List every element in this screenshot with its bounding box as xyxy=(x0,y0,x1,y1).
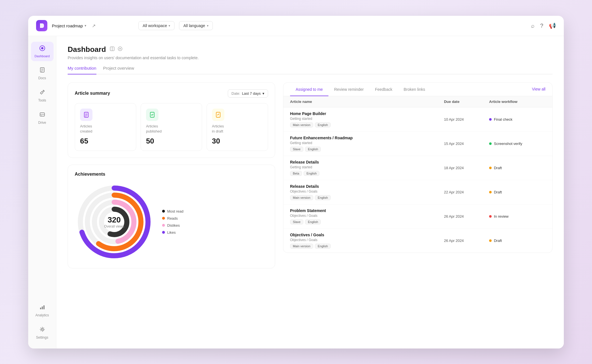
sidebar: Dashboard Docs xyxy=(28,36,56,348)
svg-rect-8 xyxy=(41,115,42,116)
svg-rect-10 xyxy=(42,306,43,309)
table-row: Home Page Builder Getting started Main v… xyxy=(283,107,552,132)
page-title: Dashboard xyxy=(68,45,106,54)
dislikes-dot xyxy=(162,224,165,227)
docs-icon xyxy=(39,67,45,75)
tag: English xyxy=(315,122,331,127)
content-tabs: My contribution Project overview xyxy=(68,66,553,74)
published-icon xyxy=(146,109,158,121)
external-link-icon[interactable]: ↗ xyxy=(92,23,96,28)
legend-dislikes: Dislikes xyxy=(162,223,184,228)
table-row: Release Details Getting started Beta Eng… xyxy=(283,156,552,180)
workflow-status: Draft xyxy=(489,166,545,170)
drive-icon xyxy=(39,111,45,119)
article-info: Problem Statement Objectives / Goals Sla… xyxy=(290,208,444,224)
col-due-date: Due date xyxy=(444,100,489,104)
sidebar-item-drive[interactable]: Drive xyxy=(31,108,54,128)
table-row: Problem Statement Objectives / Goals Sla… xyxy=(283,204,552,229)
notification-icon[interactable]: 📢 xyxy=(549,22,556,29)
workspace-selector[interactable]: All workspace ▾ xyxy=(138,21,174,30)
tab-assigned-to-me[interactable]: Assigned to me xyxy=(290,83,329,96)
stat-published: Articlespublished 50 xyxy=(141,103,202,151)
achievements-title: Achievements xyxy=(75,172,268,177)
article-info: Objectives / Goals Objectives / Goals Ma… xyxy=(290,233,444,249)
draft-label: Articlesin draft xyxy=(212,124,263,134)
created-value: 65 xyxy=(80,137,131,145)
tag: English xyxy=(304,171,319,176)
app-container: Project roadmap ▾ ↗ All workspace ▾ All … xyxy=(28,16,564,348)
table-row: Objectives / Goals Objectives / Goals Ma… xyxy=(283,229,552,253)
article-info: Home Page Builder Getting started Main v… xyxy=(290,111,444,127)
right-tabs: Assigned to me Review reminder Feedback … xyxy=(283,83,552,96)
published-label: Articlespublished xyxy=(146,124,197,134)
stat-created: Articlescreated 65 xyxy=(75,103,136,151)
legend-likes: Likes xyxy=(162,230,184,235)
dashboard-icon xyxy=(39,45,45,53)
article-summary-title: Article summary xyxy=(75,91,110,96)
main-layout: Dashboard Docs xyxy=(28,36,564,348)
date-selector[interactable]: Date: Last 7 days ▾ xyxy=(228,89,268,98)
workflow-dot xyxy=(489,239,492,242)
project-selector[interactable]: Project roadmap ▾ xyxy=(52,23,86,28)
app-logo xyxy=(36,20,47,31)
view-all-button[interactable]: View all xyxy=(532,87,545,91)
content-area: Dashboard xyxy=(56,36,564,348)
tab-review-reminder[interactable]: Review reminder xyxy=(328,83,369,96)
achievements-card: Achievements xyxy=(68,165,275,268)
tab-feedback[interactable]: Feedback xyxy=(369,83,398,96)
chart-area: 320 Overall views Most read xyxy=(75,182,268,261)
article-table: Article name Due date Article workflow H… xyxy=(283,96,552,253)
right-card: Assigned to me Review reminder Feedback … xyxy=(283,82,553,253)
table-row: Future Enhancements / Roadmap Getting st… xyxy=(283,132,552,156)
help-icon[interactable]: ? xyxy=(540,23,543,29)
stats-grid: Articlescreated 65 xyxy=(75,103,268,151)
donut-chart: 320 Overall views xyxy=(75,182,154,261)
workflow-dot xyxy=(489,142,492,145)
language-dropdown-arrow: ▾ xyxy=(207,24,209,28)
svg-rect-17 xyxy=(84,112,88,117)
tag: Main version xyxy=(290,122,313,127)
topbar-icons: ⌕ ? 📢 xyxy=(531,22,556,29)
tag: Beta xyxy=(290,171,302,176)
topbar: Project roadmap ▾ ↗ All workspace ▾ All … xyxy=(28,16,564,36)
workflow-dot xyxy=(489,215,492,218)
table-header: Article name Due date Article workflow xyxy=(283,96,552,107)
sidebar-item-docs[interactable]: Docs xyxy=(31,63,54,83)
donut-value: 320 xyxy=(104,215,124,224)
book-icon[interactable] xyxy=(109,46,115,53)
left-column: Article summary Date: Last 7 days ▾ xyxy=(68,82,275,268)
project-dropdown-arrow: ▾ xyxy=(85,24,86,28)
stat-draft: Articlesin draft 30 xyxy=(207,103,268,151)
sidebar-item-settings[interactable]: Settings xyxy=(31,323,54,343)
workspace-dropdown-arrow: ▾ xyxy=(169,24,170,28)
date-dropdown-arrow: ▾ xyxy=(262,91,264,96)
svg-rect-9 xyxy=(40,308,41,309)
language-selector[interactable]: All language ▾ xyxy=(179,21,213,30)
tag: Main version xyxy=(290,195,313,200)
draft-icon xyxy=(212,109,224,121)
table-row: Release Details Objectives / Goals Main … xyxy=(283,180,552,204)
article-summary-card: Article summary Date: Last 7 days ▾ xyxy=(68,82,275,158)
play-icon[interactable] xyxy=(117,46,123,53)
created-label: Articlescreated xyxy=(80,124,131,134)
page-title-icons xyxy=(109,46,123,53)
tab-broken-links[interactable]: Broken links xyxy=(398,83,431,96)
search-icon[interactable]: ⌕ xyxy=(531,23,534,29)
right-column: Assigned to me Review reminder Feedback … xyxy=(283,82,553,268)
tab-my-contribution[interactable]: My contribution xyxy=(68,66,96,74)
donut-label: Overall views xyxy=(104,224,124,228)
workflow-status: Draft xyxy=(489,239,545,243)
workflow-status: Final check xyxy=(489,117,545,122)
tab-project-overview[interactable]: Project overview xyxy=(103,66,134,74)
col-workflow: Article workflow xyxy=(489,100,545,104)
article-info: Future Enhancements / Roadmap Getting st… xyxy=(290,136,444,152)
most-read-dot xyxy=(162,210,165,213)
sidebar-item-dashboard[interactable]: Dashboard xyxy=(31,42,54,61)
tools-icon xyxy=(39,89,45,97)
page-subtitle: Provides insights on users' documentatio… xyxy=(68,56,553,60)
date-value: Last 7 days xyxy=(242,91,261,96)
workflow-dot xyxy=(489,118,492,121)
sidebar-item-tools[interactable]: Tools xyxy=(31,86,54,106)
sidebar-item-analytics[interactable]: Analytics xyxy=(31,301,54,321)
workflow-status: Draft xyxy=(489,190,545,194)
